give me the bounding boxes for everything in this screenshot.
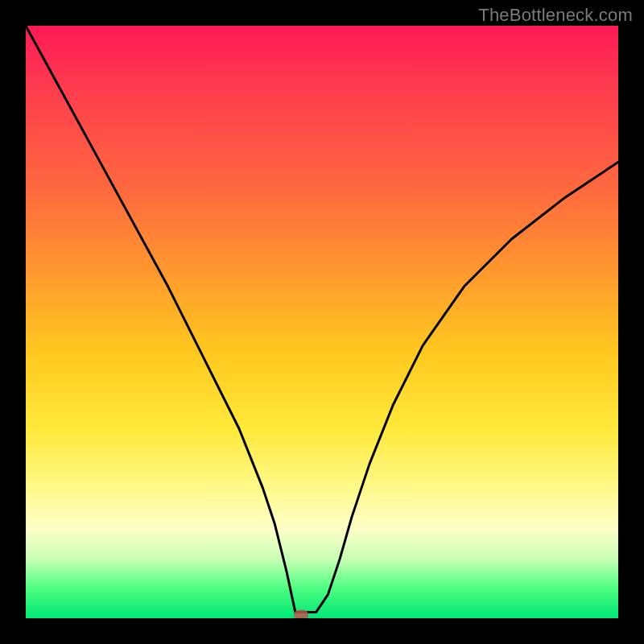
curve-layer xyxy=(26,26,618,618)
bottleneck-curve xyxy=(26,26,618,613)
optimum-marker xyxy=(294,609,308,618)
plot-area xyxy=(26,26,618,618)
chart-frame: TheBottleneck.com xyxy=(0,0,644,644)
watermark-text: TheBottleneck.com xyxy=(478,5,633,26)
